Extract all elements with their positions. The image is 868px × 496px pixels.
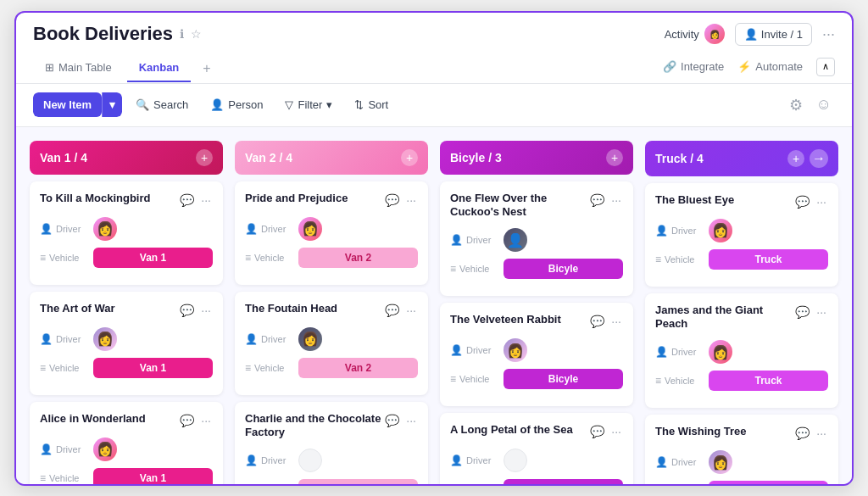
column-title-bicyle: Bicyle / 3 [450, 151, 502, 164]
add-card-bicyle[interactable]: + [606, 149, 623, 166]
add-tab-button[interactable]: + [194, 54, 219, 83]
vehicle-badge-truck-1[interactable]: Truck [709, 371, 828, 391]
info-icon[interactable]: ℹ [180, 27, 184, 41]
driver-icon: 👤 [245, 333, 258, 345]
driver-avatar-bicyle-0[interactable]: 👤 [504, 228, 527, 252]
card-more-van1-0[interactable]: ··· [199, 192, 213, 209]
driver-avatar-van1-0[interactable]: 👩 [93, 217, 117, 241]
driver-avatar-van1-1[interactable]: 👩 [93, 327, 117, 351]
vehicle-badge-van2-1[interactable]: Van 2 [298, 358, 418, 378]
driver-field-van1-0: 👤Driver👩 [40, 217, 213, 241]
vehicle-label: Vehicle [254, 253, 284, 263]
search-button[interactable]: 🔍 Search [127, 93, 197, 116]
driver-avatar-truck-0[interactable]: 👩 [709, 219, 732, 242]
tabs-row: ⊞ Main Table Kanban + 🔗 Integrate ⚡ Auto… [33, 54, 835, 83]
filter-label: Filter [298, 98, 322, 111]
add-card-truck[interactable]: + [787, 150, 804, 167]
add-card-van2[interactable]: + [401, 149, 418, 166]
automate-button[interactable]: ⚡ Automate [737, 60, 803, 73]
driver-label: Driver [671, 226, 696, 236]
card-more-truck-1[interactable]: ··· [815, 304, 828, 320]
main-table-label: Main Table [58, 61, 112, 74]
vehicle-badge-van2-2[interactable]: Van 2 [298, 479, 418, 483]
card-truck-2: The Wishing Tree💬···👤Driver👩≡VehicleTruc… [645, 415, 838, 483]
driver-label: Driver [671, 347, 696, 357]
card-more-bicyle-0[interactable]: ··· [609, 192, 623, 209]
add-card-van1[interactable]: + [196, 149, 213, 166]
column-header-truck: Truck / 4+→ [645, 141, 838, 176]
card-comment-truck-1[interactable]: 💬 [793, 304, 811, 320]
vehicle-label: Vehicle [49, 473, 79, 483]
integrate-button[interactable]: 🔗 Integrate [663, 60, 724, 73]
vehicle-badge-bicyle-2[interactable]: Bicyle [504, 479, 623, 483]
filter-button[interactable]: ▽ Filter ▾ [276, 93, 341, 116]
settings-icon[interactable]: ⚙ [786, 92, 806, 118]
card-comment-truck-0[interactable]: 💬 [793, 193, 811, 210]
new-item-button[interactable]: New Item [33, 92, 102, 117]
vehicle-badge-van2-0[interactable]: Van 2 [298, 248, 418, 268]
vehicle-badge-van1-0[interactable]: Van 1 [93, 248, 213, 268]
card-more-bicyle-2[interactable]: ··· [609, 423, 623, 440]
card-comment-bicyle-2[interactable]: 💬 [588, 423, 606, 440]
card-comment-truck-2[interactable]: 💬 [793, 425, 811, 442]
column-header-bicyle: Bicyle / 3+ [440, 141, 633, 175]
card-more-bicyle-1[interactable]: ··· [609, 313, 623, 330]
invite-button[interactable]: 👤 Invite / 1 [735, 23, 812, 46]
card-comment-van1-2[interactable]: 💬 [178, 412, 196, 429]
vehicle-badge-truck-2[interactable]: Truck [709, 481, 828, 483]
driver-icon: 👤 [245, 454, 258, 466]
card-title-truck-0: The Bluest Eye [655, 193, 734, 208]
card-more-van2-0[interactable]: ··· [404, 192, 418, 209]
card-comment-bicyle-0[interactable]: 💬 [588, 192, 606, 209]
search-icon: 🔍 [136, 98, 149, 111]
driver-avatar-truck-2[interactable]: 👩 [709, 450, 732, 474]
card-comment-bicyle-1[interactable]: 💬 [588, 313, 606, 330]
driver-avatar-bicyle-2[interactable] [504, 449, 527, 472]
driver-avatar-bicyle-1[interactable]: 👩 [504, 338, 527, 362]
vehicle-badge-van1-1[interactable]: Van 1 [93, 358, 213, 378]
vehicle-field-bicyle-2: ≡VehicleBicyle [450, 479, 623, 483]
vehicle-badge-truck-0[interactable]: Truck [709, 249, 828, 270]
driver-avatar-van1-2[interactable]: 👩 [93, 437, 117, 461]
vehicle-field-van2-1: ≡VehicleVan 2 [245, 358, 418, 378]
sort-button[interactable]: ⇅ Sort [346, 93, 397, 116]
collapse-button[interactable]: ∧ [816, 58, 835, 76]
card-comment-van1-0[interactable]: 💬 [178, 192, 196, 209]
column-truck: Truck / 4+→The Bluest Eye💬···👤Driver👩≡Ve… [645, 141, 838, 471]
card-comment-van2-0[interactable]: 💬 [383, 192, 401, 209]
card-comment-van1-1[interactable]: 💬 [178, 302, 196, 319]
person-button[interactable]: 👤 Person [202, 93, 271, 116]
driver-avatar-van2-2[interactable] [298, 449, 322, 472]
tab-main-table[interactable]: ⊞ Main Table [33, 54, 124, 82]
card-comment-van2-1[interactable]: 💬 [383, 302, 401, 319]
vehicle-field-truck-0: ≡VehicleTruck [655, 249, 828, 270]
card-more-van2-2[interactable]: ··· [404, 412, 418, 429]
vehicle-label: Vehicle [49, 363, 79, 373]
card-more-van1-2[interactable]: ··· [199, 412, 213, 429]
driver-avatar-truck-1[interactable]: 👩 [709, 340, 732, 364]
invite-label: Invite / 1 [761, 28, 803, 41]
card-title-bicyle-2: A Long Petal of the Sea [450, 423, 573, 437]
driver-avatar-van2-1[interactable]: 👩 [298, 327, 322, 351]
emoji-icon[interactable]: ☺ [813, 92, 835, 117]
vehicle-badge-van1-2[interactable]: Van 1 [93, 468, 213, 484]
card-more-van1-1[interactable]: ··· [199, 302, 213, 319]
more-options-button[interactable]: ··· [822, 25, 835, 43]
driver-avatar-van2-0[interactable]: 👩 [298, 217, 322, 241]
vehicle-badge-bicyle-0[interactable]: Bicyle [504, 259, 623, 279]
tab-kanban[interactable]: Kanban [127, 54, 192, 82]
card-comment-van2-2[interactable]: 💬 [383, 412, 401, 429]
driver-label: Driver [56, 334, 81, 344]
card-more-van2-1[interactable]: ··· [404, 302, 418, 319]
card-more-truck-2[interactable]: ··· [815, 425, 828, 442]
star-icon[interactable]: ☆ [191, 27, 202, 41]
card-more-truck-0[interactable]: ··· [815, 193, 828, 210]
column-header-van1: Van 1 / 4+ [30, 141, 223, 175]
activity-button[interactable]: Activity 👩 [665, 24, 725, 44]
driver-label: Driver [466, 235, 491, 245]
vehicle-badge-bicyle-1[interactable]: Bicyle [504, 369, 623, 389]
driver-label: Driver [466, 455, 491, 465]
integrate-icon: 🔗 [663, 60, 676, 73]
new-item-dropdown[interactable]: ▾ [102, 92, 122, 117]
truck-nav-btn[interactable]: → [810, 149, 828, 168]
